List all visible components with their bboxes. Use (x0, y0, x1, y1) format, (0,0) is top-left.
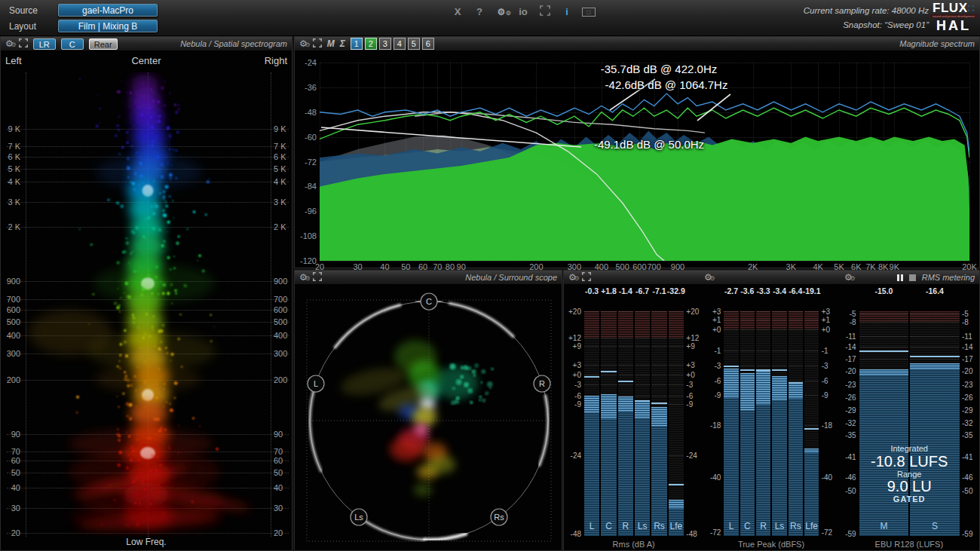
meter-scale-l: +3+1+0-1-3-6-9-18-40-72 (703, 311, 723, 536)
center-mode-button[interactable]: C (61, 38, 84, 50)
settings-icon[interactable]: ⚙ (495, 8, 508, 17)
integrated-value: -10.8 LUFS (859, 453, 960, 470)
scale-tick-label: -29 (845, 406, 856, 414)
channel-label-R: R (618, 521, 633, 531)
freq-tick-label: 50 (0, 469, 20, 477)
close-icon[interactable]: X (451, 6, 464, 17)
truepeak-settings-icon[interactable]: ⚙ (704, 273, 712, 282)
scale-tick-label: -18 (710, 421, 721, 429)
scale-tick-label: -9 (714, 390, 721, 399)
channel-label-Rs: Rs (651, 521, 666, 531)
scale-tick-label: +0 (712, 325, 721, 333)
trace-button-3[interactable]: 3 (379, 38, 391, 50)
lr-mode-button[interactable]: LR (33, 38, 56, 50)
peak-value-L: -0.3 (585, 286, 599, 295)
meter-group-0: -0.3+1.8-1.4-6.7-7.1-32.9+20+12+9+3+0-3-… (564, 285, 703, 550)
meter-peak-values: -15.0-16.4 (859, 285, 960, 297)
scale-tick-label: -5 (962, 309, 969, 317)
scale-tick-label: +3 (822, 308, 830, 316)
window-icon[interactable]: □ (582, 8, 596, 17)
scale-tick-label: -32 (845, 418, 856, 427)
scale-tick-label: -8 (962, 318, 969, 326)
surround-scope-panel: ⚙ Nebula / Surround scope CLRLsRs (294, 270, 562, 551)
meter-bar-Rs: Rs (651, 311, 667, 536)
surround-settings-icon[interactable]: ⚙ (299, 273, 308, 282)
magnitude-plot[interactable]: -35.7dB dB @ 422.0Hz-42.6dB dB @ 1064.7H… (320, 63, 969, 261)
marker-icon[interactable]: M (327, 38, 335, 49)
io-icon[interactable]: io (516, 6, 530, 17)
scale-tick-label: -3 (714, 362, 721, 370)
trace-button-6[interactable]: 6 (422, 38, 434, 50)
trace-button-4[interactable]: 4 (394, 38, 406, 50)
magnitude-fullscreen-icon[interactable] (313, 37, 322, 51)
toolbar-icons: X ? ⚙ io i □ (451, 5, 596, 18)
scale-tick-label: -8 (850, 318, 856, 326)
db-tick-label: -84 (295, 182, 317, 191)
scale-tick-label: +3 (712, 308, 721, 316)
info-icon[interactable]: i (560, 6, 574, 17)
layout-select[interactable]: Film | Mixing B (58, 20, 158, 32)
layout-label: Layout (9, 21, 36, 32)
freq-tick-label: 3 K (0, 198, 20, 207)
cursor-annotation-3: -49.1dB dB @ 50.0Hz (594, 138, 704, 151)
ebu-settings-icon[interactable]: ⚙ (844, 273, 853, 282)
scale-tick-label: -23 (845, 381, 856, 389)
fullscreen-icon[interactable] (538, 5, 552, 18)
help-icon[interactable]: ? (473, 6, 486, 17)
peak-value-Lfe: -32.9 (667, 286, 685, 295)
metering-fullscreen-icon[interactable] (582, 271, 591, 284)
peak-value-Rs: -6.4 (789, 286, 802, 295)
scale-tick-label: -24 (571, 451, 581, 459)
scale-tick-label: -48 (571, 530, 581, 538)
channel-label-Lfe: Lfe (669, 521, 684, 531)
meter-scale-r: -5-8-11-14-17-20-23-26-29-32-35-41-46-50… (960, 311, 979, 536)
scale-tick-label: -20 (962, 367, 972, 375)
meter-group-1: -2.7-3.6-3.3-3.4-6.4-19.1+3+1+0-1-3-6-9-… (703, 285, 838, 550)
scale-tick-label: -6 (714, 376, 721, 384)
metering-settings-icon[interactable]: ⚙ (568, 273, 577, 282)
scale-tick-label: -11 (846, 332, 856, 340)
freq-tick-label: 6 K (0, 153, 20, 161)
meter-bar-Ls: Ls (634, 311, 651, 536)
surround-scope-display[interactable]: CLRLsRs (295, 285, 562, 550)
channel-label-C: C (601, 521, 616, 531)
db-tick-label: -72 (295, 158, 317, 167)
freq-tick-label: 90 (0, 430, 20, 439)
spectrogram-plot[interactable] (25, 72, 271, 537)
freq-tick-label: 200 (0, 376, 20, 384)
scale-tick-label: +3 (686, 360, 694, 369)
meter-bar-Lfe: Lfe (668, 311, 684, 536)
magnitude-spectrum-panel: ⚙ M Σ 123456 Magnitude spectrum -24-36-4… (294, 36, 980, 268)
trace-button-2[interactable]: 2 (365, 38, 377, 50)
sum-icon[interactable]: Σ (340, 38, 345, 49)
trace-button-1[interactable]: 1 (351, 38, 363, 50)
stop-icon[interactable] (909, 274, 916, 281)
peak-value-Ls: -3.4 (773, 286, 786, 295)
source-select[interactable]: gael-MacPro (58, 4, 158, 17)
freq-tick-label: 90 (274, 430, 295, 439)
scale-tick-label: -59 (962, 530, 972, 538)
trace-button-5[interactable]: 5 (408, 38, 420, 50)
surround-fullscreen-icon[interactable] (313, 271, 322, 284)
db-tick-label: -96 (295, 207, 317, 216)
scale-tick-label: -59 (845, 530, 856, 538)
rear-mode-button[interactable]: Rear (89, 38, 118, 50)
scale-tick-label: -3 (574, 381, 581, 389)
channel-node-label: R (539, 379, 545, 388)
spectrogram-settings-icon[interactable]: ⚙ (5, 39, 14, 48)
scale-tick-label: -9 (574, 400, 581, 409)
scale-tick-label: -29 (962, 406, 972, 414)
integrated-label: Integrated (859, 444, 960, 453)
pause-icon[interactable] (897, 274, 903, 281)
magnitude-settings-icon[interactable]: ⚙ (299, 39, 308, 48)
surround-title: Nebula / Surround scope (465, 273, 557, 282)
db-tick-label: -48 (295, 108, 317, 117)
channel-label-Rs: Rs (789, 521, 803, 531)
magnitude-title: Magnitude spectrum (899, 39, 975, 48)
meter-caption: EBU R128 (LUFS) (839, 540, 979, 549)
meter-bar-Lfe: Lfe (804, 311, 819, 536)
channel-label-Lfe: Lfe (804, 521, 819, 531)
scale-tick-label: +1 (712, 316, 721, 324)
spectrogram-fullscreen-icon[interactable] (19, 37, 28, 51)
surround-header: ⚙ Nebula / Surround scope (295, 271, 562, 285)
